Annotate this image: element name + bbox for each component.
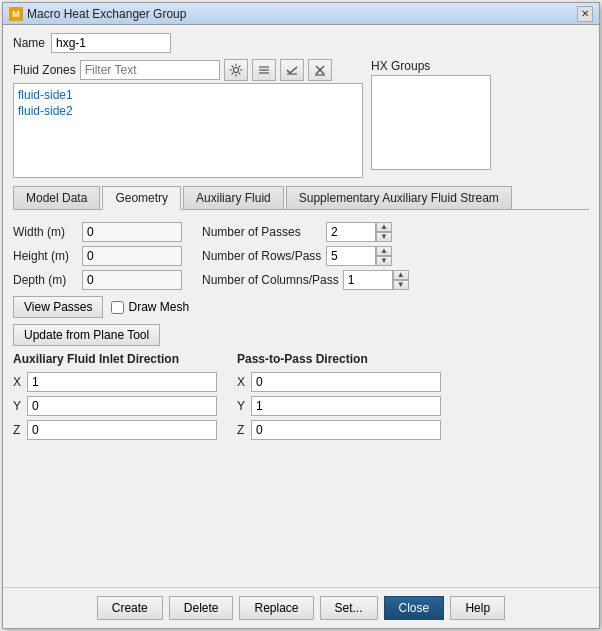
- pass-dir-group: Pass-to-Pass Direction X Y Z: [237, 352, 441, 440]
- window-title: Macro Heat Exchanger Group: [27, 7, 186, 21]
- aux-inlet-group: Auxiliary Fluid Inlet Direction X Y Z: [13, 352, 217, 440]
- tab-supplementary[interactable]: Supplementary Auxiliary Fluid Stream: [286, 186, 512, 209]
- tabs-row: Model Data Geometry Auxiliary Fluid Supp…: [13, 186, 589, 210]
- pass-z-input[interactable]: [251, 420, 441, 440]
- cols-row: Number of Columns/Pass ▲ ▼: [202, 270, 409, 290]
- rows-row: Number of Rows/Pass ▲ ▼: [202, 246, 409, 266]
- tab-content-geometry: Width (m) Height (m) Depth (m) N: [13, 216, 589, 579]
- toolbar-btn-3[interactable]: [280, 59, 304, 81]
- draw-mesh-checkbox[interactable]: [111, 301, 124, 314]
- aux-y-row: Y: [13, 396, 217, 416]
- window-close-button[interactable]: ✕: [577, 6, 593, 22]
- aux-inlet-title: Auxiliary Fluid Inlet Direction: [13, 352, 217, 366]
- pass-x-row: X: [237, 372, 441, 392]
- aux-x-input[interactable]: [27, 372, 217, 392]
- set-button[interactable]: Set...: [320, 596, 378, 620]
- create-button[interactable]: Create: [97, 596, 163, 620]
- rows-down[interactable]: ▼: [376, 256, 392, 266]
- delete-button[interactable]: Delete: [169, 596, 234, 620]
- pass-z-label: Z: [237, 423, 249, 437]
- fluid-zones-label: Fluid Zones: [13, 63, 76, 77]
- fluid-item-1[interactable]: fluid-side1: [18, 88, 358, 102]
- pass-y-row: Y: [237, 396, 441, 416]
- cols-down[interactable]: ▼: [393, 280, 409, 290]
- draw-mesh-text: Draw Mesh: [128, 300, 189, 314]
- app-icon: M: [9, 7, 23, 21]
- bottom-bar: Create Delete Replace Set... Close Help: [3, 587, 599, 628]
- fluid-zones-section: Fluid Zones: [13, 59, 589, 178]
- cols-label: Number of Columns/Pass: [202, 273, 339, 287]
- fluid-list: fluid-side1 fluid-side2: [13, 83, 363, 178]
- width-input[interactable]: [82, 222, 182, 242]
- name-row: Name: [13, 33, 589, 53]
- passes-down[interactable]: ▼: [376, 232, 392, 242]
- toolbar-btn-4[interactable]: [308, 59, 332, 81]
- cols-spinbox: ▲ ▼: [343, 270, 409, 290]
- passes-row: Number of Passes ▲ ▼: [202, 222, 409, 242]
- depth-row: Depth (m): [13, 270, 182, 290]
- height-label: Height (m): [13, 249, 78, 263]
- cols-up[interactable]: ▲: [393, 270, 409, 280]
- aux-x-label: X: [13, 375, 25, 389]
- rows-input[interactable]: [326, 246, 376, 266]
- fluid-item-2[interactable]: fluid-side2: [18, 104, 358, 118]
- name-input[interactable]: [51, 33, 171, 53]
- filter-input[interactable]: [80, 60, 220, 80]
- right-fields: Number of Passes ▲ ▼ Number of Rows/Pass: [202, 222, 409, 290]
- passes-input[interactable]: [326, 222, 376, 242]
- aux-z-row: Z: [13, 420, 217, 440]
- cols-input[interactable]: [343, 270, 393, 290]
- width-row: Width (m): [13, 222, 182, 242]
- cols-spinner: ▲ ▼: [393, 270, 409, 290]
- hx-groups-label: HX Groups: [371, 59, 491, 73]
- name-label: Name: [13, 36, 45, 50]
- svg-point-0: [233, 68, 238, 73]
- aux-x-row: X: [13, 372, 217, 392]
- fluid-zones-header: Fluid Zones: [13, 59, 363, 81]
- toolbar-btn-2[interactable]: [252, 59, 276, 81]
- pass-y-input[interactable]: [251, 396, 441, 416]
- view-passes-row: View Passes Draw Mesh: [13, 296, 589, 318]
- passes-spinner: ▲ ▼: [376, 222, 392, 242]
- tab-model-data[interactable]: Model Data: [13, 186, 100, 209]
- height-input[interactable]: [82, 246, 182, 266]
- pass-dir-title: Pass-to-Pass Direction: [237, 352, 441, 366]
- draw-mesh-label: Draw Mesh: [111, 300, 189, 314]
- update-plane-button[interactable]: Update from Plane Tool: [13, 324, 160, 346]
- passes-spinbox: ▲ ▼: [326, 222, 392, 242]
- tab-auxiliary-fluid[interactable]: Auxiliary Fluid: [183, 186, 284, 209]
- pass-x-input[interactable]: [251, 372, 441, 392]
- close-button[interactable]: Close: [384, 596, 445, 620]
- aux-y-input[interactable]: [27, 396, 217, 416]
- width-label: Width (m): [13, 225, 78, 239]
- pass-x-label: X: [237, 375, 249, 389]
- update-btn-row: Update from Plane Tool: [13, 324, 589, 346]
- depth-label: Depth (m): [13, 273, 78, 287]
- hx-groups-box: [371, 75, 491, 170]
- depth-input[interactable]: [82, 270, 182, 290]
- direction-section: Auxiliary Fluid Inlet Direction X Y Z: [13, 352, 589, 440]
- replace-button[interactable]: Replace: [239, 596, 313, 620]
- help-button[interactable]: Help: [450, 596, 505, 620]
- left-fields: Width (m) Height (m) Depth (m): [13, 222, 182, 290]
- aux-z-input[interactable]: [27, 420, 217, 440]
- view-passes-button[interactable]: View Passes: [13, 296, 103, 318]
- rows-spinbox: ▲ ▼: [326, 246, 392, 266]
- pass-z-row: Z: [237, 420, 441, 440]
- geometry-grid: Width (m) Height (m) Depth (m) N: [13, 222, 589, 290]
- tab-geometry[interactable]: Geometry: [102, 186, 181, 210]
- rows-spinner: ▲ ▼: [376, 246, 392, 266]
- title-bar: M Macro Heat Exchanger Group ✕: [3, 3, 599, 25]
- height-row: Height (m): [13, 246, 182, 266]
- aux-y-label: Y: [13, 399, 25, 413]
- passes-up[interactable]: ▲: [376, 222, 392, 232]
- main-content: Name Fluid Zones: [3, 25, 599, 587]
- rows-up[interactable]: ▲: [376, 246, 392, 256]
- toolbar-btn-1[interactable]: [224, 59, 248, 81]
- rows-label: Number of Rows/Pass: [202, 249, 322, 263]
- main-window: M Macro Heat Exchanger Group ✕ Name Flui…: [2, 2, 600, 629]
- aux-z-label: Z: [13, 423, 25, 437]
- pass-y-label: Y: [237, 399, 249, 413]
- passes-label: Number of Passes: [202, 225, 322, 239]
